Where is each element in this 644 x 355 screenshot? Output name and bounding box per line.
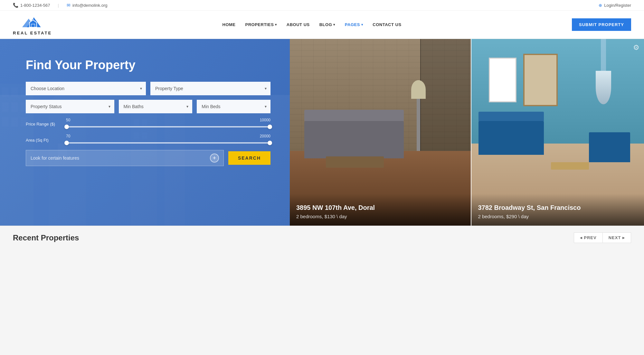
settings-icon[interactable]: ⚙	[633, 43, 639, 52]
price-track-bg	[66, 126, 270, 127]
area-thumb-right[interactable]	[268, 141, 272, 145]
prop2-sofa	[478, 121, 544, 154]
price-thumb-left[interactable]	[64, 125, 69, 129]
svg-rect-12	[2, 117, 9, 127]
price-range-label: Price Range ($)	[26, 122, 63, 126]
email-address: info@demolink.org	[72, 3, 108, 8]
min-baths-select-wrapper: Min Baths 1 2 3	[119, 100, 193, 113]
price-track-fill	[66, 126, 270, 127]
features-row: Look for certain features + SEARCH	[26, 150, 270, 166]
recent-properties-header: Recent Properties ◂ PREV NEXT ▸	[13, 232, 631, 243]
area-range-control: 70 20000	[66, 134, 270, 146]
area-range-track[interactable]	[66, 140, 270, 146]
main-layout: Find Your Property Choose Location New Y…	[0, 39, 644, 226]
prop2-frame2	[523, 54, 558, 106]
property-images-panel: 3895 NW 107th Ave, Doral 2 bedrooms, $13…	[290, 39, 644, 226]
features-input-wrapper[interactable]: Look for certain features +	[26, 150, 224, 166]
svg-rect-18	[131, 114, 157, 226]
top-bar-contacts: 📞 1-800-1234-567 | ✉ info@demolink.org	[13, 3, 108, 8]
svg-rect-9	[2, 102, 9, 112]
svg-rect-7	[11, 88, 18, 97]
nav-contact[interactable]: CONTACT US	[373, 21, 401, 28]
svg-rect-13	[11, 117, 18, 127]
price-max-value: 10000	[260, 118, 270, 122]
price-min-value: 50	[66, 118, 70, 122]
min-beds-select-wrapper: Min Beds 1 2 3	[197, 100, 270, 113]
top-bar: 📞 1-800-1234-567 | ✉ info@demolink.org ⊕…	[0, 0, 644, 11]
area-label: Area (Sq Ft)	[26, 138, 63, 143]
login-icon: ⊕	[599, 3, 602, 8]
property-type-select-wrapper: Property Type House Apartment Villa	[150, 82, 270, 95]
property-card-2[interactable]: ⚙ 3782 Broadway St, San Francisco 2 bedr…	[471, 39, 644, 226]
separator: |	[58, 3, 59, 8]
area-track-fill	[66, 142, 270, 144]
email-icon: ✉	[67, 3, 71, 8]
prop2-sofa-back	[478, 112, 544, 121]
next-button[interactable]: NEXT ▸	[602, 232, 631, 243]
chevron-down-icon-pages: ▾	[361, 23, 363, 26]
recent-properties-section: Recent Properties ◂ PREV NEXT ▸	[0, 226, 644, 249]
property-type-select[interactable]: Property Type House Apartment Villa	[150, 82, 270, 95]
submit-property-button[interactable]: SUBMIT PROPERTY	[572, 18, 631, 31]
prop2-chair	[589, 132, 630, 162]
area-range-values: 70 20000	[66, 134, 270, 138]
search-row-1: Choose Location New York Los Angeles Mia…	[26, 82, 270, 95]
property-status-select[interactable]: Property Status For Sale For Rent	[26, 100, 114, 113]
svg-rect-6	[2, 88, 9, 97]
phone-icon: 📞	[13, 3, 18, 8]
area-track-bg	[66, 142, 270, 144]
prop1-price: 2 bedrooms, $130 \ day	[296, 214, 464, 219]
nav-about[interactable]: ABOUT US	[287, 21, 310, 28]
price-thumb-right[interactable]	[268, 125, 272, 129]
phone-contact[interactable]: 📞 1-800-1234-567	[13, 3, 50, 8]
property-card-1[interactable]: 3895 NW 107th Ave, Doral 2 bedrooms, $13…	[290, 39, 471, 226]
area-section: Area (Sq Ft) 70 20000	[26, 134, 270, 146]
login-register[interactable]: ⊕ Login/Register	[599, 3, 631, 8]
chevron-down-icon: ▾	[275, 23, 277, 26]
phone-number: 1-800-1234-567	[20, 3, 50, 8]
nav-properties[interactable]: PROPERTIES ▾	[245, 21, 277, 28]
prop1-sofa	[304, 121, 404, 158]
search-button[interactable]: SEARCH	[228, 151, 270, 165]
price-range-control: 50 10000	[66, 118, 270, 130]
prop2-light-cord	[601, 39, 606, 72]
logo-text: REAL ESTATE	[13, 31, 52, 35]
logo-icon	[20, 14, 45, 30]
prop1-address: 3895 NW 107th Ave, Doral	[296, 203, 464, 212]
nav-blog[interactable]: BLOG ▾	[319, 21, 335, 28]
email-contact[interactable]: ✉ info@demolink.org	[67, 3, 108, 8]
header: REAL ESTATE HOME PROPERTIES ▾ ABOUT US B…	[0, 11, 644, 39]
prop2-address: 3782 Broadway St, San Francisco	[478, 203, 638, 212]
area-min-value: 70	[66, 134, 70, 138]
features-add-button[interactable]: +	[210, 154, 219, 163]
main-nav: HOME PROPERTIES ▾ ABOUT US BLOG ▾ PAGES …	[223, 21, 402, 28]
prop2-overlay: 3782 Broadway St, San Francisco 2 bedroo…	[471, 194, 644, 226]
prop1-sofa-back	[304, 110, 404, 121]
prop1-overlay: 3895 NW 107th Ave, Doral 2 bedrooms, $13…	[290, 194, 471, 226]
price-range-track[interactable]	[66, 124, 270, 130]
prev-button[interactable]: ◂ PREV	[574, 232, 602, 243]
svg-rect-10	[11, 102, 18, 112]
prop2-frame1	[489, 58, 516, 102]
area-max-value: 20000	[260, 134, 270, 138]
min-baths-select[interactable]: Min Baths 1 2 3	[119, 100, 193, 113]
svg-rect-4	[31, 24, 35, 27]
nav-pages[interactable]: PAGES ▾	[345, 21, 363, 28]
chevron-down-icon-blog: ▾	[333, 23, 335, 26]
prop1-stairs	[420, 39, 471, 151]
location-select-wrapper: Choose Location New York Los Angeles Mia…	[26, 82, 146, 95]
location-select[interactable]: Choose Location New York Los Angeles Mia…	[26, 82, 146, 95]
prop2-table	[551, 162, 589, 170]
price-range-section: Price Range ($) 50 10000	[26, 118, 270, 130]
login-label: Login/Register	[604, 3, 631, 8]
prop1-table	[326, 156, 384, 168]
prop1-lamp-shade	[411, 80, 426, 99]
area-thumb-left[interactable]	[64, 141, 69, 145]
nav-home[interactable]: HOME	[223, 21, 236, 28]
recent-properties-title: Recent Properties	[13, 233, 79, 242]
logo[interactable]: REAL ESTATE	[13, 14, 52, 35]
prop1-lamp-pole	[417, 99, 420, 151]
status-select-wrapper: Property Status For Sale For Rent	[26, 100, 114, 113]
prop2-price: 2 bedrooms, $290 \ day	[478, 214, 638, 219]
min-beds-select[interactable]: Min Beds 1 2 3	[197, 100, 270, 113]
